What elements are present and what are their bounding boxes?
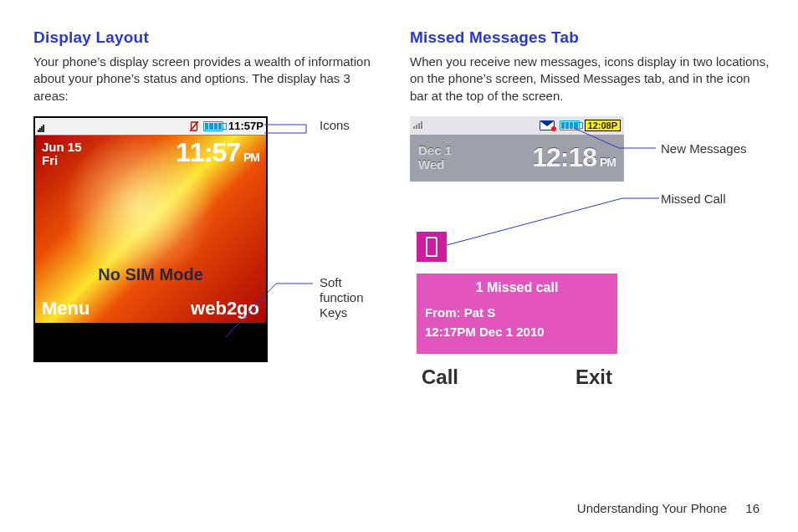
softkey-call[interactable]: Call	[422, 366, 458, 389]
svg-rect-11	[413, 126, 415, 129]
svg-rect-1	[39, 128, 41, 132]
status-bar: 11:57P	[35, 118, 266, 136]
svg-rect-2	[41, 126, 43, 132]
status-clock: 11:57P	[228, 120, 263, 132]
svg-rect-14	[421, 121, 422, 129]
svg-rect-13	[418, 123, 420, 129]
clock-ampm: PM	[243, 151, 259, 164]
softkey-left[interactable]: Menu	[42, 298, 90, 320]
page-footer: Understanding Your Phone 16	[577, 501, 760, 515]
callout-softkeys-line1: Soft function	[320, 275, 364, 304]
callout-missed-call-label: Missed Call	[661, 192, 726, 206]
missed-call-time: 12:17PM Dec 1 2010	[425, 325, 609, 339]
svg-line-9	[226, 284, 276, 337]
missed-call-tab-icon[interactable]	[417, 232, 447, 262]
home-date: Jun 15 Fri	[35, 137, 82, 168]
callout-icons-label: Icons	[320, 118, 350, 132]
clock2-ampm: PM	[600, 156, 616, 169]
svg-line-17	[447, 198, 622, 245]
display-layout-desc: Your phone’s display screen provides a w…	[33, 54, 385, 105]
home-clock: 11:57PM	[176, 137, 266, 168]
date-line-dow: Fri	[42, 154, 82, 168]
svg-line-15	[574, 128, 619, 148]
clock-time: 11:57	[176, 137, 240, 167]
date2-line2: Wed	[418, 158, 452, 172]
phone-icon	[426, 237, 437, 257]
new-message-icon	[540, 120, 555, 130]
softkey-bar-2: Call Exit	[410, 357, 624, 397]
signal-icon	[38, 122, 44, 130]
callout-new-messages-label: New Messages	[661, 141, 747, 156]
svg-rect-3	[43, 125, 44, 132]
callout-softkeys-line2: Keys	[320, 305, 347, 320]
svg-rect-12	[416, 125, 417, 129]
phone-screenshot-right: 12:08P Dec 1 Wed 12:18PM 1 Missed call	[410, 116, 624, 414]
no-sim-icon	[190, 121, 198, 131]
svg-rect-0	[38, 130, 39, 132]
missed-call-title: 1 Missed call	[425, 280, 609, 295]
callout-softkeys-label: Soft function Keys	[320, 275, 385, 320]
missed-messages-heading: Missed Messages Tab	[410, 28, 770, 47]
missed-call-from: From: Pat S	[425, 305, 609, 320]
display-layout-heading: Display Layout	[33, 28, 385, 47]
home-date-2: Dec 1 Wed	[418, 144, 452, 171]
missed-call-panel: 1 Missed call From: Pat S 12:17PM Dec 1 …	[417, 274, 617, 354]
missed-messages-desc: When you receive new messages, icons dis…	[410, 54, 770, 105]
signal-icon	[413, 120, 425, 131]
softkey-exit[interactable]: Exit	[575, 366, 612, 389]
footer-section-title: Understanding Your Phone	[577, 501, 727, 515]
no-sim-message: No SIM Mode	[35, 265, 266, 284]
date-line-month: Jun 15	[42, 141, 82, 155]
date2-line1: Dec 1	[418, 144, 452, 158]
footer-page-number: 16	[745, 501, 760, 515]
battery-icon	[203, 121, 223, 131]
